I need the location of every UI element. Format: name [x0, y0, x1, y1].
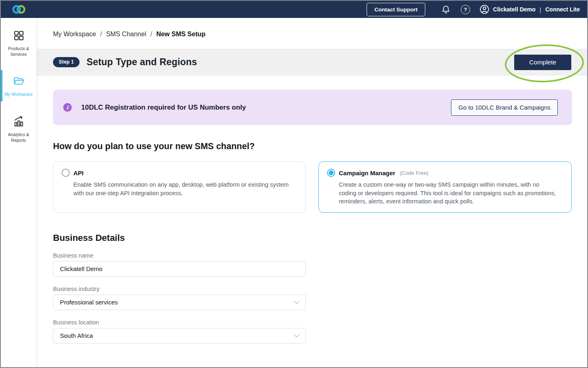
radio-campaign-manager[interactable] [327, 169, 335, 177]
business-details-heading: Business Details [53, 233, 587, 243]
option-description: Enable SMS communication on any app, des… [73, 181, 291, 197]
topbar-divider: | [539, 6, 541, 13]
usage-question-heading: How do you plan to use your new SMS chan… [53, 141, 587, 152]
breadcrumb-separator: / [150, 31, 152, 38]
business-industry-select[interactable]: Professional services [53, 295, 306, 310]
breadcrumb-current-page: New SMS Setup [156, 31, 206, 38]
breadcrumb-sms-channel[interactable]: SMS Channel [106, 31, 146, 38]
top-navbar: Contact Support ? Clickatell Demo | Conn… [1, 1, 587, 18]
usage-option-campaign-manager[interactable]: Campaign Manager (Code Free) Create a cu… [318, 161, 572, 213]
breadcrumb-separator: / [100, 31, 102, 38]
app-window: Contact Support ? Clickatell Demo | Conn… [0, 0, 588, 368]
bar-chart-icon [12, 115, 25, 129]
business-name-field: Business name [53, 252, 587, 277]
field-label: Business name [53, 252, 587, 259]
selected-value: South Africa [60, 332, 93, 339]
chevron-down-icon [294, 332, 300, 339]
user-avatar-icon[interactable] [479, 4, 490, 15]
business-name-input[interactable] [53, 261, 306, 277]
help-glyph: ? [461, 5, 470, 14]
usage-options: API Enable SMS communication on any app,… [53, 161, 572, 213]
breadcrumb: My Workspace / SMS Channel / New SMS Set… [37, 18, 587, 38]
sidebar-item-label: My Workspace [4, 92, 33, 97]
breadcrumb-my-workspace[interactable]: My Workspace [53, 31, 96, 38]
complete-button[interactable]: Complete [514, 55, 571, 70]
main-content: My Workspace / SMS Channel / New SMS Set… [37, 18, 587, 367]
option-suffix: (Code Free) [400, 170, 428, 176]
selected-value: Professional services [60, 299, 118, 306]
account-name[interactable]: Clickatell Demo [493, 6, 535, 13]
go-to-10dlc-button[interactable]: Go to 10DLC Brand & Campaigns [451, 99, 558, 116]
business-location-field: Business location South Africa [53, 319, 587, 344]
usage-option-api[interactable]: API Enable SMS communication on any app,… [53, 161, 306, 213]
option-description: Create a custom one-way or two-way SMS c… [339, 181, 557, 206]
radio-api[interactable] [62, 169, 70, 177]
chevron-down-icon [294, 299, 300, 306]
page-title: Setup Type and Regions [86, 57, 197, 68]
sidebar: Products & Services My Workspace [1, 18, 37, 367]
grid-icon [13, 29, 25, 43]
option-label: Campaign Manager [339, 170, 395, 176]
sidebar-item-label: Analytics & Reports [3, 132, 34, 143]
plan-label: Connect Lite [545, 6, 580, 13]
business-industry-field: Business industry Professional services [53, 286, 587, 310]
folder-icon [12, 75, 25, 89]
sidebar-item-my-workspace[interactable]: My Workspace [1, 69, 36, 102]
sidebar-item-label: Products & Services [3, 46, 34, 57]
field-label: Business location [53, 319, 587, 326]
10dlc-info-banner: i 10DLC Registration required for US Num… [53, 90, 572, 125]
step-badge: Step 1 [53, 57, 80, 67]
option-label: API [73, 170, 84, 176]
info-icon: i [63, 103, 72, 112]
banner-message: 10DLC Registration required for US Numbe… [81, 104, 246, 112]
field-label: Business industry [53, 286, 587, 292]
sidebar-item-products-services[interactable]: Products & Services [1, 24, 36, 62]
notifications-bell-icon[interactable] [441, 4, 451, 15]
contact-support-button[interactable]: Contact Support [367, 3, 425, 16]
business-location-select[interactable]: South Africa [53, 328, 306, 344]
step-header: Step 1 Setup Type and Regions Complete [37, 49, 587, 75]
sidebar-item-analytics-reports[interactable]: Analytics & Reports [1, 110, 36, 148]
help-icon[interactable]: ? [461, 5, 470, 14]
clickatell-logo-icon[interactable] [1, 4, 37, 15]
